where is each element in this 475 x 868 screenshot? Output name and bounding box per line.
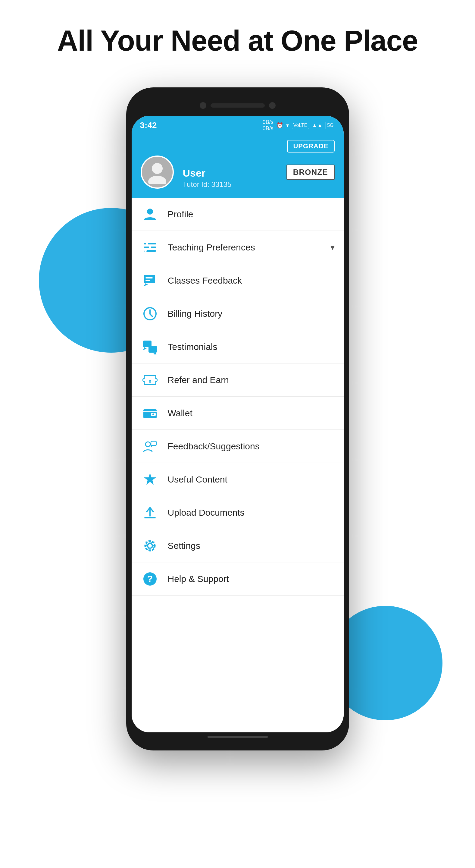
volte-icon: VoLTE [292, 122, 309, 129]
billing-history-label: Billing History [168, 309, 335, 319]
phone-top-bar [132, 96, 344, 115]
refer-and-earn-icon: $ [141, 371, 159, 390]
menu-item-classes-feedback[interactable]: Classes Feedback [132, 264, 344, 297]
svg-point-0 [152, 163, 163, 174]
feedback-suggestions-label: Feedback/Suggestions [168, 441, 335, 452]
user-id: Tutor Id: 33135 [183, 180, 277, 189]
teaching-preferences-label: Teaching Preferences [168, 242, 331, 253]
avatar-icon [145, 160, 169, 184]
phone-screen: 3:42 0B/s0B/s ⏰ ▾ VoLTE ▲▲ 5G UPGRADE [132, 116, 344, 733]
svg-point-22 [152, 413, 154, 415]
svg-point-6 [146, 242, 148, 245]
alarm-icon: ⏰ [276, 122, 283, 129]
svg-rect-12 [145, 280, 150, 281]
svg-point-1 [148, 176, 166, 184]
settings-label: Settings [168, 541, 335, 551]
testimonials-label: Testimonials [168, 342, 335, 352]
classes-feedback-label: Classes Feedback [168, 276, 335, 286]
scene: 3:42 0B/s0B/s ⏰ ▾ VoLTE ▲▲ 5G UPGRADE [57, 87, 418, 781]
svg-rect-16 [148, 346, 157, 352]
help-support-icon: ? [141, 569, 159, 588]
teaching-preferences-icon [141, 238, 159, 257]
camera-dot [200, 102, 206, 109]
profile-icon [141, 205, 159, 224]
status-time: 3:42 [140, 121, 157, 130]
status-bar: 3:42 0B/s0B/s ⏰ ▾ VoLTE ▲▲ 5G [132, 116, 344, 134]
upload-documents-label: Upload Documents [168, 507, 335, 518]
menu-list: Profile Teaching Prefere [132, 198, 344, 733]
svg-point-2 [147, 209, 153, 215]
data-speed-icon: 0B/s0B/s [263, 119, 273, 132]
bronze-badge: BRONZE [286, 164, 335, 180]
useful-content-icon [141, 470, 159, 489]
status-icons: 0B/s0B/s ⏰ ▾ VoLTE ▲▲ 5G [263, 119, 335, 132]
menu-item-billing-history[interactable]: Billing History [132, 297, 344, 330]
testimonials-icon [141, 338, 159, 356]
svg-point-29 [147, 544, 152, 548]
user-info: User Tutor Id: 33135 [183, 167, 277, 189]
phone-device: 3:42 0B/s0B/s ⏰ ▾ VoLTE ▲▲ 5G UPGRADE [126, 87, 349, 750]
menu-item-teaching-preferences[interactable]: Teaching Preferences ▾ [132, 231, 344, 264]
teaching-preferences-chevron: ▾ [331, 242, 335, 252]
wallet-icon [141, 404, 159, 423]
page-headline: All Your Need at One Place [57, 24, 418, 57]
upload-documents-icon [141, 503, 159, 522]
menu-item-settings[interactable]: Settings [132, 529, 344, 562]
help-support-label: Help & Support [168, 574, 335, 584]
classes-feedback-icon [141, 271, 159, 290]
settings-icon [141, 536, 159, 555]
svg-point-7 [149, 246, 151, 248]
menu-item-feedback-suggestions[interactable]: Feedback/Suggestions [132, 430, 344, 463]
avatar [141, 156, 174, 189]
menu-item-profile[interactable]: Profile [132, 198, 344, 231]
wifi-icon: ▾ [286, 122, 289, 129]
profile-label: Profile [168, 209, 335, 219]
useful-content-label: Useful Content [168, 474, 335, 485]
svg-rect-24 [151, 441, 156, 445]
menu-item-upload-documents[interactable]: Upload Documents [132, 496, 344, 529]
signal-icon: ▲▲ [312, 122, 323, 129]
menu-item-testimonials[interactable]: Testimonials [132, 330, 344, 364]
svg-marker-26 [144, 473, 156, 485]
wallet-label: Wallet [168, 408, 335, 418]
svg-text:?: ? [147, 574, 152, 584]
billing-history-icon [141, 304, 159, 323]
home-bar-line [207, 736, 268, 738]
svg-point-23 [145, 442, 150, 447]
network-icon: 5G [326, 122, 335, 129]
camera-dot-2 [269, 102, 276, 109]
svg-point-8 [144, 250, 147, 252]
refer-and-earn-label: Refer and Earn [168, 375, 335, 385]
phone-home-bar [207, 733, 268, 741]
user-name: User [183, 167, 277, 179]
svg-marker-10 [144, 283, 148, 286]
upgrade-button[interactable]: UPGRADE [287, 140, 334, 153]
menu-item-useful-content[interactable]: Useful Content [132, 463, 344, 496]
menu-item-refer-and-earn[interactable]: $ Refer and Earn [132, 364, 344, 397]
speaker [210, 103, 265, 107]
menu-item-help-support[interactable]: ? Help & Support [132, 562, 344, 595]
svg-marker-15 [143, 347, 147, 350]
svg-marker-17 [153, 352, 157, 354]
feedback-suggestions-icon [141, 437, 159, 456]
menu-item-wallet[interactable]: Wallet [132, 397, 344, 430]
profile-header: UPGRADE User Tutor Id: 33135 BRONZE [132, 134, 344, 198]
svg-rect-9 [144, 275, 155, 283]
svg-rect-11 [145, 277, 153, 278]
svg-rect-3 [144, 243, 156, 244]
svg-text:$: $ [149, 379, 151, 384]
